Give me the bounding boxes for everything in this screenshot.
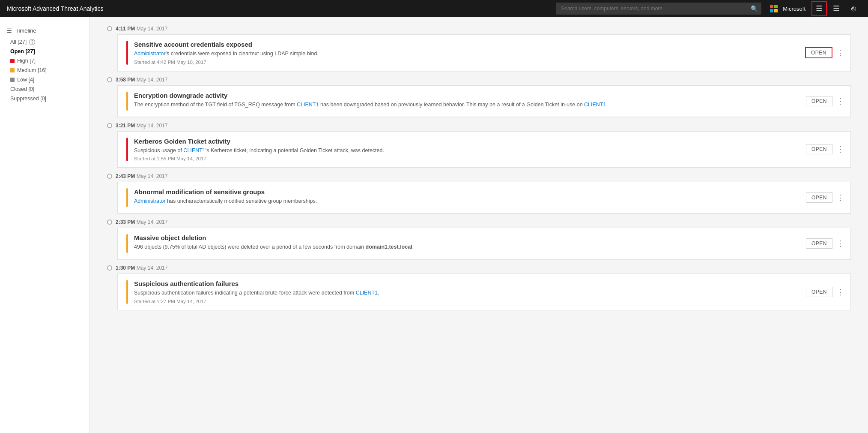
divider (117, 117, 851, 117)
alert-title: Sensitive account credentials exposed (134, 41, 825, 48)
alert-description: Administrator has uncharacteristically m… (134, 197, 825, 205)
severity-bar (126, 234, 128, 253)
alert-link[interactable]: CLIENT1 (356, 290, 378, 296)
more-options-button[interactable]: ⋮ (835, 145, 846, 153)
alert-title: Kerberos Golden Ticket activity (134, 138, 825, 145)
divider (117, 168, 851, 168)
open-button[interactable]: OPEN (806, 287, 832, 297)
alert-started-time: Started at 1:55 PM May 14, 2017 (134, 156, 825, 161)
alert-description: Suspicious usage of CLIENT1's Kerberos t… (134, 147, 825, 155)
help-icon[interactable]: ? (29, 39, 35, 45)
time-text: 3:58 PM May 14, 2017 (116, 77, 167, 83)
microsoft-label: Microsoft (783, 6, 805, 12)
sidebar-timeline-label: Timeline (15, 27, 36, 34)
alert-body: Massive object deletion496 objects (9.75… (134, 234, 825, 253)
divider (117, 71, 851, 72)
time-label: 1:30 PM May 14, 2017 (107, 265, 851, 271)
alert-description: 496 objects (9.75% of total AD objects) … (134, 243, 825, 251)
search-icon: 🔍 (751, 5, 758, 12)
main-layout: ☰ Timeline All [27] ? Open [27] High [7]… (0, 17, 868, 433)
alert-link[interactable]: CLIENT1 (297, 102, 319, 108)
sidebar-timeline-section[interactable]: ☰ Timeline (0, 24, 89, 37)
alert-actions: OPEN⋮ (806, 96, 846, 106)
alert-title: Encryption downgrade activity (134, 92, 825, 99)
alert-started-time: Started at 1:27 PM May 14, 2017 (134, 299, 825, 304)
open-button[interactable]: OPEN (806, 238, 832, 249)
notifications-button[interactable]: ☰ (829, 1, 844, 16)
alert-link[interactable]: Administrator (134, 51, 166, 57)
timeline-group: 2:43 PM May 14, 2017 Abnormal modificati… (107, 173, 851, 214)
time-label: 3:58 PM May 14, 2017 (107, 77, 851, 83)
top-navigation: Microsoft Advanced Threat Analytics 🔍 Mi… (0, 0, 868, 17)
alert-card-inner: Suspicious authentication failuresSuspic… (126, 280, 825, 304)
sidebar: ☰ Timeline All [27] ? Open [27] High [7]… (0, 17, 90, 433)
sidebar-item-suppressed[interactable]: Suppressed [0] (0, 94, 89, 103)
open-button[interactable]: OPEN (806, 192, 832, 203)
alert-title: Massive object deletion (134, 234, 825, 241)
alert-description: Suspicious authentication failures indic… (134, 289, 825, 297)
alert-card: Kerberos Golden Ticket activitySuspiciou… (117, 131, 851, 168)
alert-title: Abnormal modification of sensitive group… (134, 188, 825, 195)
alert-card: Massive object deletion496 objects (9.75… (117, 228, 851, 259)
more-options-button[interactable]: ⋮ (835, 49, 846, 57)
sidebar-item-open[interactable]: Open [27] (0, 47, 89, 56)
sidebar-item-low[interactable]: Low [4] (0, 75, 89, 84)
alert-actions: OPEN⋮ (806, 144, 846, 154)
nav-right-controls: Microsoft ☰ ☰ ⎋ (770, 1, 861, 16)
low-severity-dot (10, 78, 15, 82)
severity-bar (126, 188, 128, 207)
list-view-button[interactable]: ☰ (811, 1, 827, 16)
time-text: 1:30 PM May 14, 2017 (116, 265, 167, 271)
alert-description: The encryption method of the TGT field o… (134, 101, 825, 109)
timeline-icon: ☰ (7, 27, 12, 34)
time-dot (107, 220, 112, 225)
more-options-button[interactable]: ⋮ (835, 240, 846, 247)
sidebar-item-closed[interactable]: Closed [0] (0, 84, 89, 94)
severity-bar (126, 138, 128, 162)
alert-body: Suspicious authentication failuresSuspic… (134, 280, 825, 304)
alert-title: Suspicious authentication failures (134, 280, 825, 287)
severity-bar (126, 92, 128, 111)
alert-card-inner: Sensitive account credentials exposedAdm… (126, 41, 825, 65)
time-label: 3:21 PM May 14, 2017 (107, 123, 851, 129)
alert-actions: OPEN⋮ (805, 47, 846, 58)
divider (117, 213, 851, 214)
alert-link[interactable]: CLIENT1 (183, 147, 205, 153)
severity-bar (126, 41, 128, 65)
sidebar-item-high[interactable]: High [7] (0, 56, 89, 66)
alert-actions: OPEN⋮ (806, 287, 846, 297)
timeline-group: 3:21 PM May 14, 2017 Kerberos Golden Tic… (107, 123, 851, 168)
alert-card-inner: Encryption downgrade activityThe encrypt… (126, 92, 825, 111)
time-dot (107, 174, 112, 179)
time-dot (107, 123, 112, 128)
all-label: All [27] (10, 39, 27, 45)
alert-link[interactable]: Administrator (134, 198, 166, 204)
timeline-group: 2:33 PM May 14, 2017 Massive object dele… (107, 219, 851, 260)
closed-label: Closed [0] (10, 86, 34, 92)
open-button[interactable]: OPEN (805, 47, 832, 58)
alert-link[interactable]: CLIENT1 (584, 102, 606, 108)
time-label: 4:11 PM May 14, 2017 (107, 26, 851, 32)
sidebar-item-medium[interactable]: Medium [16] (0, 66, 89, 75)
alert-card-inner: Abnormal modification of sensitive group… (126, 188, 825, 207)
search-input[interactable] (556, 3, 761, 15)
time-text: 3:21 PM May 14, 2017 (116, 123, 167, 129)
alert-card-inner: Massive object deletion496 objects (9.75… (126, 234, 825, 253)
activity-button[interactable]: ⎋ (846, 1, 861, 16)
open-button[interactable]: OPEN (806, 144, 832, 154)
more-options-button[interactable]: ⋮ (835, 288, 846, 296)
medium-label: Medium [16] (17, 67, 47, 73)
time-label: 2:43 PM May 14, 2017 (107, 173, 851, 179)
search-wrapper: 🔍 (556, 3, 761, 15)
suppressed-label: Suppressed [0] (10, 96, 46, 102)
alert-card: Encryption downgrade activityThe encrypt… (117, 85, 851, 117)
alert-actions: OPEN⋮ (806, 238, 846, 249)
more-options-button[interactable]: ⋮ (835, 194, 846, 201)
alert-started-time: Started at 4:42 PM May 10, 2017 (134, 60, 825, 65)
alert-card-inner: Kerberos Golden Ticket activitySuspiciou… (126, 138, 825, 162)
high-severity-dot (10, 59, 15, 63)
alert-card: Suspicious authentication failuresSuspic… (117, 274, 851, 310)
more-options-button[interactable]: ⋮ (835, 97, 846, 105)
sidebar-item-all[interactable]: All [27] ? (0, 37, 89, 47)
open-button[interactable]: OPEN (806, 96, 832, 106)
